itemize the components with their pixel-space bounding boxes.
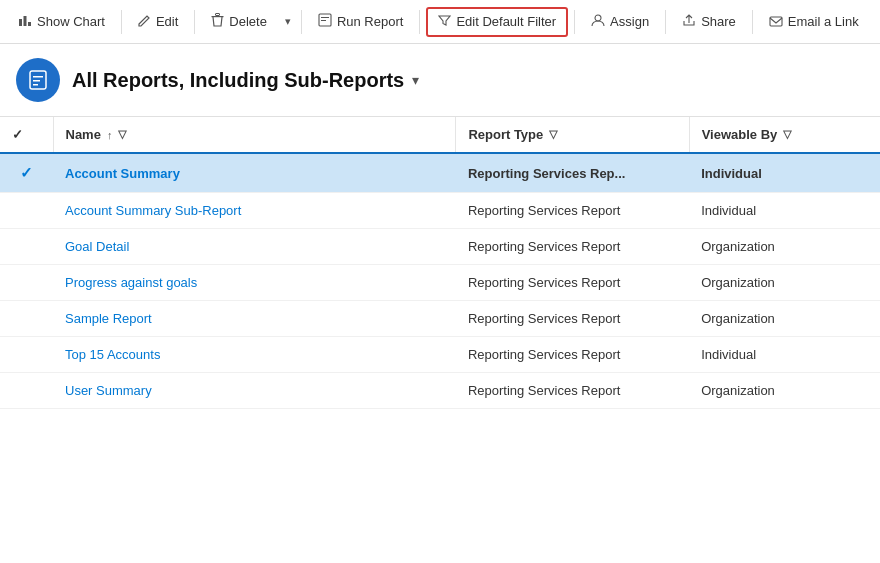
row-check-cell[interactable]	[0, 229, 53, 265]
report-type-value: Reporting Services Report	[468, 347, 620, 362]
divider-7	[752, 10, 753, 34]
reports-table-container: ✓ Name ↑ ▽ Report Type ▽	[0, 117, 880, 554]
run-report-button[interactable]: Run Report	[308, 8, 413, 35]
row-name-cell[interactable]: Progress against goals	[53, 265, 456, 301]
table-row[interactable]: Goal DetailReporting Services ReportOrga…	[0, 229, 880, 265]
edit-button[interactable]: Edit	[128, 9, 188, 35]
delete-button[interactable]: Delete	[201, 8, 277, 35]
row-viewable-cell: Organization	[689, 265, 880, 301]
divider-2	[194, 10, 195, 34]
title-dropdown-arrow[interactable]: ▾	[412, 72, 419, 88]
table-body: ✓Account SummaryReporting Services Rep..…	[0, 153, 880, 409]
col-header-check: ✓	[0, 117, 53, 153]
report-name-link[interactable]: User Summary	[65, 383, 152, 398]
row-type-cell: Reporting Services Report	[456, 265, 689, 301]
report-name-link[interactable]: Top 15 Accounts	[65, 347, 160, 362]
email-icon	[769, 14, 783, 30]
share-icon	[682, 14, 696, 30]
page-header: All Reports, Including Sub-Reports ▾	[0, 44, 880, 117]
toolbar: Show Chart Edit Delete ▾ Run Report Edit…	[0, 0, 880, 44]
row-viewable-cell: Individual	[689, 193, 880, 229]
filter-funnel-icon	[438, 14, 451, 30]
more-actions-button[interactable]: ▾	[281, 10, 295, 33]
row-check-cell[interactable]	[0, 337, 53, 373]
run-report-icon	[318, 13, 332, 30]
viewable-filter-icon[interactable]: ▽	[783, 128, 791, 141]
chart-icon	[18, 13, 32, 30]
divider-3	[301, 10, 302, 34]
share-button[interactable]: Share	[672, 9, 746, 35]
svg-rect-12	[33, 80, 40, 82]
row-name-cell[interactable]: Account Summary	[53, 153, 456, 193]
report-type-value: Reporting Services Report	[468, 311, 620, 326]
table-row[interactable]: Sample ReportReporting Services ReportOr…	[0, 301, 880, 337]
report-type-value: Reporting Services Report	[468, 203, 620, 218]
table-header-row: ✓ Name ↑ ▽ Report Type ▽	[0, 117, 880, 153]
row-type-cell: Reporting Services Report	[456, 337, 689, 373]
row-check-cell[interactable]: ✓	[0, 153, 53, 193]
table-row[interactable]: Top 15 AccountsReporting Services Report…	[0, 337, 880, 373]
row-type-cell: Reporting Services Report	[456, 301, 689, 337]
row-name-cell[interactable]: Goal Detail	[53, 229, 456, 265]
title-row: All Reports, Including Sub-Reports ▾	[72, 69, 419, 92]
row-type-cell: Reporting Services Rep...	[456, 153, 689, 193]
row-type-cell: Reporting Services Report	[456, 373, 689, 409]
svg-rect-7	[321, 20, 326, 21]
row-name-cell[interactable]: Top 15 Accounts	[53, 337, 456, 373]
col-header-report-type: Report Type ▽	[456, 117, 689, 153]
assign-button[interactable]: Assign	[581, 9, 659, 35]
name-sort-icon[interactable]: ↑	[107, 129, 113, 141]
check-mark: ✓	[20, 164, 33, 181]
table-row[interactable]: Account Summary Sub-ReportReporting Serv…	[0, 193, 880, 229]
svg-rect-6	[321, 17, 329, 18]
row-type-cell: Reporting Services Report	[456, 229, 689, 265]
table-row[interactable]: Progress against goalsReporting Services…	[0, 265, 880, 301]
svg-rect-2	[28, 22, 31, 26]
show-chart-button[interactable]: Show Chart	[8, 8, 115, 35]
report-name-link[interactable]: Sample Report	[65, 311, 152, 326]
row-viewable-cell: Organization	[689, 373, 880, 409]
row-name-cell[interactable]: User Summary	[53, 373, 456, 409]
viewable-by-value: Individual	[701, 347, 756, 362]
report-type-value: Reporting Services Report	[468, 275, 620, 290]
viewable-by-value: Organization	[701, 383, 775, 398]
row-viewable-cell: Individual	[689, 153, 880, 193]
report-name-link[interactable]: Goal Detail	[65, 239, 129, 254]
edit-icon	[138, 14, 151, 30]
row-check-cell[interactable]	[0, 193, 53, 229]
report-name-link[interactable]: Account Summary	[65, 166, 180, 181]
edit-default-filter-button[interactable]: Edit Default Filter	[426, 7, 568, 37]
header-icon	[16, 58, 60, 102]
divider-6	[665, 10, 666, 34]
email-link-button[interactable]: Email a Link	[759, 9, 869, 35]
row-name-cell[interactable]: Sample Report	[53, 301, 456, 337]
report-type-value: Reporting Services Report	[468, 239, 620, 254]
row-check-cell[interactable]	[0, 301, 53, 337]
report-name-link[interactable]: Account Summary Sub-Report	[65, 203, 241, 218]
row-viewable-cell: Individual	[689, 337, 880, 373]
row-viewable-cell: Organization	[689, 301, 880, 337]
row-viewable-cell: Organization	[689, 229, 880, 265]
assign-person-icon	[591, 14, 605, 30]
viewable-by-value: Individual	[701, 166, 762, 181]
table-row[interactable]: ✓Account SummaryReporting Services Rep..…	[0, 153, 880, 193]
row-check-cell[interactable]	[0, 265, 53, 301]
name-filter-icon[interactable]: ▽	[118, 128, 126, 141]
viewable-by-value: Organization	[701, 311, 775, 326]
svg-rect-0	[19, 19, 22, 26]
delete-icon	[211, 13, 224, 30]
svg-rect-1	[24, 16, 27, 26]
row-name-cell[interactable]: Account Summary Sub-Report	[53, 193, 456, 229]
svg-point-8	[595, 15, 601, 21]
divider-5	[574, 10, 575, 34]
table-row[interactable]: User SummaryReporting Services ReportOrg…	[0, 373, 880, 409]
col-header-name: Name ↑ ▽	[53, 117, 456, 153]
viewable-by-value: Organization	[701, 239, 775, 254]
svg-rect-11	[33, 76, 43, 78]
divider-4	[419, 10, 420, 34]
report-name-link[interactable]: Progress against goals	[65, 275, 197, 290]
row-check-cell[interactable]	[0, 373, 53, 409]
type-filter-icon[interactable]: ▽	[549, 128, 557, 141]
svg-rect-4	[216, 14, 220, 16]
report-type-value: Reporting Services Report	[468, 383, 620, 398]
